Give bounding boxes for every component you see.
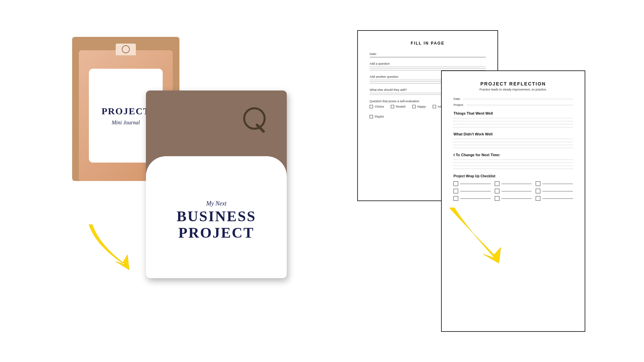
checklist-box [495,196,499,201]
section2-title: What Didn't Work Well [453,132,573,136]
checklist-box [536,189,540,193]
checklist-item [453,181,491,186]
checkbox-box [391,105,394,108]
checklist-item [495,181,532,186]
section3-lines [453,160,573,169]
reflection-date-row: Date: [453,97,573,101]
checklist-box [453,189,458,193]
question1-label: Add a question [370,62,486,65]
checkbox-happy-label: Happy [417,105,426,108]
date-field: Date: [370,52,486,57]
checkbox-box [412,105,416,108]
reflection-subtitle: Practice leads to steady improvement, so… [453,88,573,91]
checklist-line [460,184,491,184]
cover-main: 🌿🌿 My Next BUSINESS PROJECT [146,90,287,278]
checklist-box [495,181,499,186]
folder-shape: My Next BUSINESS PROJECT [146,156,287,278]
checklist-item [536,181,573,186]
date-line [370,57,486,57]
reflection-project-row: Project: [453,103,573,107]
main-container: PROJECT Mini Journal 🌿🌿 My Next BUSINESS [0,0,644,362]
checkbox-rested: Rested [391,105,406,108]
section2-lines [453,139,573,148]
checklist-line [460,191,491,191]
arrow-left [86,218,146,272]
checklist-box [536,196,540,201]
fill-in-title: FILL IN PAGE [370,41,486,46]
checkbox-box [433,105,436,108]
checkbox-happy: Happy [412,105,426,108]
right-section: FILL IN PAGE Date: Add a question Add an… [357,30,585,332]
checkbox-rested-label: Rested [396,105,406,108]
checklist-grid [453,181,573,201]
checklist-line [501,198,532,199]
checklist-item [453,196,491,201]
checklist-line [460,198,491,199]
checkbox-playful-label: Playful [375,115,384,118]
checklist-box [453,196,458,201]
section1-lines [453,118,573,127]
business-title: BUSINESS PROJECT [177,208,256,241]
checkbox-box [370,115,373,118]
checklist-item [536,189,573,193]
checkbox-box [370,105,373,108]
checklist-line [501,191,532,191]
journal-project-title: PROJECT [102,106,150,117]
checklist-box [495,189,499,193]
checkbox-choice-label: Choice [375,105,384,108]
checkbox-playful: Playful [370,115,384,118]
section1-title: Things That Went Well [453,111,573,115]
magnifier-icon [240,107,267,134]
journal-tab [116,44,136,55]
checklist-section: Project Wrap Up Checklist [453,174,573,201]
date-label: Date: [370,52,486,56]
checklist-line [542,191,573,191]
checklist-box [536,181,540,186]
checklist-line [542,184,573,184]
checklist-item [453,189,491,193]
checklist-box [453,181,458,186]
checklist-line [501,184,532,184]
reflection-date-label: Date: [453,97,461,101]
business-my-next: My Next [206,200,226,207]
journal-subtitle: Mini Journal [112,120,140,126]
left-section: PROJECT Mini Journal 🌿🌿 My Next BUSINESS [59,30,293,332]
cover-main-bg: 🌿🌿 My Next BUSINESS PROJECT [146,90,287,278]
question1-field: Add a question [370,62,486,70]
checklist-item [495,189,532,193]
reflection-page: PROJECT REFLECTION Practice leads to ste… [441,70,585,332]
reflection-project-label: Project: [453,103,464,107]
checkbox-choice: Choice [370,105,384,108]
section3-title: t To Change for Next Time: [453,153,573,157]
reflection-title: PROJECT REFLECTION [453,81,573,86]
checklist-item [495,196,532,201]
arrow-right [444,204,512,265]
checklist-item [536,196,573,201]
checklist-line [542,198,573,199]
checklist-title: Project Wrap Up Checklist [453,174,573,178]
